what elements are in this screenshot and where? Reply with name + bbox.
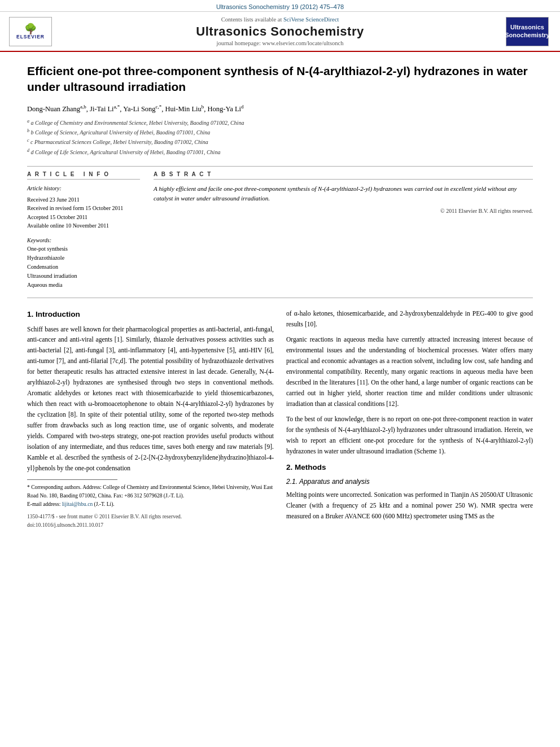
journal-header: 🌳 ELSEVIER Contents lists available at S… (0, 12, 560, 52)
article-history-block: Article history: Received 23 June 2011 R… (27, 184, 140, 230)
body-right-col: of α-halo ketones, thiosemicarbazide, an… (286, 308, 533, 530)
footnote-corresponding: * Corresponding authors. Address: Colleg… (27, 483, 274, 500)
footnote-email-line: E-mail address: lijitai@hbu.cn (J.-T. Li… (27, 500, 274, 509)
history-label: Article history: (27, 184, 140, 193)
right-para1: of α-halo ketones, thiosemicarbazide, an… (286, 308, 533, 330)
author-yali: Ya-Li Song (123, 105, 155, 113)
copyright-line: © 2011 Elsevier B.V. All rights reserved… (154, 208, 533, 214)
article-info-header: A R T I C L E I N F O (27, 171, 140, 180)
author-huimin: Hui-Min Liu (165, 105, 202, 113)
body-two-col: 1. Introduction Schiff bases are well kn… (27, 308, 533, 530)
author-jitai: Ji-Tai Li (90, 105, 114, 113)
right-para3: To the best of our knowledge, there is n… (286, 414, 533, 457)
article-info-col: A R T I C L E I N F O Article history: R… (27, 171, 140, 290)
elsevier-logo: 🌳 ELSEVIER (9, 17, 54, 46)
keywords-label: Keywords: (27, 237, 140, 243)
footnote-email-suffix: (J.-T. Li). (94, 501, 115, 507)
methods-para: Melting points were uncorrected. Sonicat… (286, 490, 533, 522)
kw-5: Aqueous media (27, 281, 140, 290)
elsevier-brand-name: ELSEVIER (16, 34, 45, 40)
abstract-header: A B S T R A C T (154, 171, 533, 180)
affiliation-d: d d College of Life Science, Agricultura… (27, 147, 533, 157)
affiliation-c: c c Pharmaceutical Sciences College, Heb… (27, 137, 533, 147)
divider-below-abstract (27, 298, 533, 298)
affiliation-a: a a College of Chemistry and Environment… (27, 118, 533, 128)
abstract-text: A highly efficient and facile one-pot th… (154, 184, 533, 203)
body-left-col: 1. Introduction Schiff bases are well kn… (27, 308, 274, 530)
keywords-block: Keywords: One-pot synthesis Hydrazothiaz… (27, 237, 140, 290)
intro-title: 1. Introduction (27, 308, 274, 321)
sciverse-link[interactable]: SciVerse ScienceDirect (283, 16, 339, 23)
right-para2: Organic reactions in aqueous media have … (286, 334, 533, 409)
kw-3: Condensation (27, 263, 140, 272)
methods-sub: 2.1. Apparatus and analysis (286, 477, 533, 487)
affiliation-b: b b College of Science, Agricultural Uni… (27, 128, 533, 137)
us-journal-logo: UltrasonicsSonochemistry (506, 17, 551, 46)
revised-date: Received in revised form 15 October 2011 (27, 204, 140, 213)
author-hongya: Hong-Ya Li (208, 105, 242, 113)
received-date: Received 23 June 2011 (27, 195, 140, 204)
kw-2: Hydrazothiazole (27, 254, 140, 263)
elsevier-tree-icon: 🌳 (24, 24, 37, 34)
authors-line: Dong-Nuan Zhanga,b, Ji-Tai Lia,*, Ya-Li … (27, 103, 533, 115)
footnote-divider (27, 479, 117, 480)
intro-para1: Schiff bases are well known for their ph… (27, 324, 274, 474)
abstract-col: A B S T R A C T A highly efficient and f… (154, 171, 533, 290)
doi-line: 1350-4177/$ - see front matter © 2011 El… (27, 513, 274, 530)
divider-after-affiliations (27, 166, 533, 167)
online-date: Available online 10 November 2011 (27, 221, 140, 230)
body-section: 1. Introduction Schiff bases are well kn… (27, 308, 533, 530)
journal-reference-text: Ultrasonics Sonochemistry 19 (2012) 475–… (216, 3, 344, 10)
accepted-date: Accepted 15 October 2011 (27, 213, 140, 222)
affiliations-block: a a College of Chemistry and Environment… (27, 118, 533, 157)
methods-title: 2. Methods (286, 461, 533, 474)
doi-notice: 1350-4177/$ - see front matter © 2011 El… (27, 514, 182, 519)
author-dong-nuan: Dong-Nuan Zhang (27, 105, 80, 113)
journal-homepage: journal homepage: www.elsevier.com/locat… (63, 40, 497, 46)
journal-title: Ultrasonics Sonochemistry (63, 24, 497, 39)
doi-value: doi:10.1016/j.ultsonch.2011.10.017 (27, 522, 103, 528)
kw-1: One-pot synthesis (27, 244, 140, 254)
article-content: Efficient one-pot three-component synthe… (0, 52, 560, 541)
us-logo-text: UltrasonicsSonochemistry (505, 24, 549, 38)
footnote-email-label: E-mail address: (27, 501, 60, 507)
article-info-abstract-row: A R T I C L E I N F O Article history: R… (27, 171, 533, 290)
kw-4: Ultrasound irradiation (27, 272, 140, 281)
journal-center-info: Contents lists available at SciVerse Sci… (63, 16, 497, 46)
footnote-email-address[interactable]: lijitai@hbu.cn (62, 501, 93, 507)
article-title: Efficient one-pot three-component synthe… (27, 63, 533, 95)
journal-reference-bar: Ultrasonics Sonochemistry 19 (2012) 475–… (0, 0, 560, 12)
sciverse-line: Contents lists available at SciVerse Sci… (63, 16, 497, 23)
